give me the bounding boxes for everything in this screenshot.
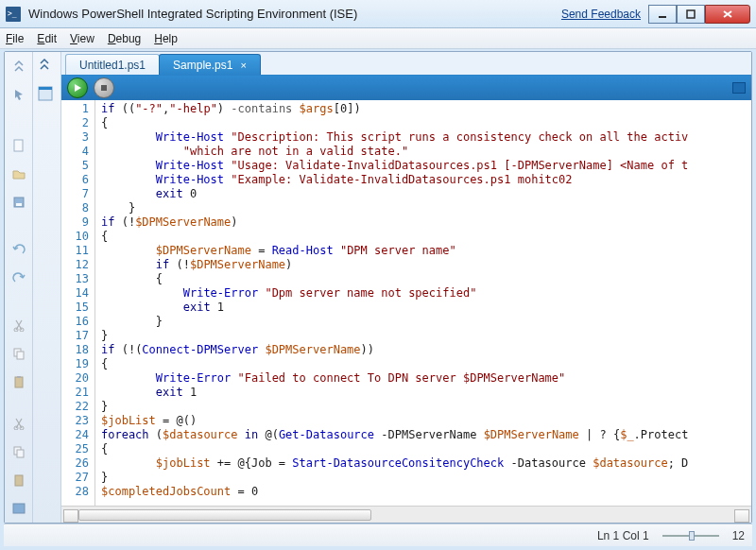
svg-rect-9 bbox=[15, 377, 23, 387]
status-bar: Ln 1 Col 1 12 bbox=[4, 524, 752, 546]
hide-pane-button[interactable] bbox=[732, 82, 746, 94]
cut-icon[interactable] bbox=[10, 317, 27, 334]
collapse-icon bbox=[38, 58, 57, 77]
maximize-button[interactable] bbox=[677, 5, 705, 24]
svg-rect-2 bbox=[14, 140, 23, 151]
expand-icon[interactable] bbox=[10, 58, 27, 75]
tab-untitled1[interactable]: Untitled1.ps1 bbox=[65, 54, 160, 75]
menu-bar: File Edit View Debug Help bbox=[0, 28, 756, 49]
zoom-slider[interactable] bbox=[662, 531, 719, 541]
minimize-button[interactable] bbox=[648, 5, 677, 24]
close-button[interactable] bbox=[705, 5, 750, 24]
svg-rect-16 bbox=[13, 504, 25, 513]
svg-rect-19 bbox=[101, 85, 107, 91]
code-area[interactable]: 1234567891011121314151617181920212223242… bbox=[61, 100, 751, 506]
main-area: Untitled1.ps1 Sample.ps1× 12345678910111… bbox=[4, 51, 752, 524]
svg-rect-1 bbox=[687, 10, 695, 18]
paste-icon[interactable] bbox=[10, 373, 27, 390]
svg-rect-15 bbox=[15, 475, 23, 486]
left-toolbar bbox=[5, 52, 33, 523]
svg-rect-14 bbox=[17, 450, 24, 457]
cut-icon-2[interactable] bbox=[10, 415, 27, 432]
svg-rect-10 bbox=[17, 376, 21, 378]
tab-strip: Untitled1.ps1 Sample.ps1× bbox=[61, 52, 751, 75]
code-text[interactable]: if (("-?","-help") -contains $args[0]){ … bbox=[95, 100, 751, 506]
horizontal-scrollbar[interactable] bbox=[61, 506, 751, 523]
editor-wrap: 1234567891011121314151617181920212223242… bbox=[61, 75, 751, 523]
menu-debug[interactable]: Debug bbox=[108, 32, 141, 45]
new-file-icon[interactable] bbox=[10, 137, 27, 154]
svg-rect-4 bbox=[16, 203, 22, 206]
save-icon[interactable] bbox=[10, 194, 27, 211]
svg-rect-8 bbox=[17, 352, 24, 359]
zoom-value: 12 bbox=[732, 529, 745, 542]
paste-icon-2[interactable] bbox=[10, 472, 27, 489]
panel-icon[interactable] bbox=[10, 500, 27, 517]
tab-sample[interactable]: Sample.ps1× bbox=[159, 54, 261, 75]
tab-label: Sample.ps1 bbox=[173, 59, 232, 72]
pane-handle[interactable] bbox=[33, 52, 61, 523]
script-pane-icon bbox=[38, 86, 57, 105]
send-feedback-link[interactable]: Send Feedback bbox=[561, 8, 641, 21]
tab-label: Untitled1.ps1 bbox=[79, 59, 146, 72]
window-title: Windows PowerShell Integrated Scripting … bbox=[28, 7, 561, 21]
editor-toolbar bbox=[61, 76, 751, 100]
menu-edit[interactable]: Edit bbox=[37, 32, 57, 45]
editor-column: Untitled1.ps1 Sample.ps1× 12345678910111… bbox=[61, 52, 751, 523]
copy-icon[interactable] bbox=[10, 345, 27, 362]
tab-close-icon[interactable]: × bbox=[240, 60, 246, 71]
cursor-position: Ln 1 Col 1 bbox=[597, 529, 649, 542]
scrollbar-thumb[interactable] bbox=[78, 509, 371, 521]
title-bar: Windows PowerShell Integrated Scripting … bbox=[0, 0, 756, 28]
run-button[interactable] bbox=[67, 77, 88, 98]
svg-rect-0 bbox=[659, 16, 666, 18]
line-numbers: 1234567891011121314151617181920212223242… bbox=[61, 100, 95, 506]
menu-view[interactable]: View bbox=[70, 32, 94, 45]
menu-file[interactable]: File bbox=[6, 32, 24, 45]
pointer-icon[interactable] bbox=[10, 86, 27, 103]
stop-button[interactable] bbox=[94, 77, 114, 98]
redo-icon[interactable] bbox=[10, 269, 27, 286]
svg-rect-18 bbox=[39, 87, 52, 90]
menu-help[interactable]: Help bbox=[154, 32, 178, 45]
undo-icon[interactable] bbox=[10, 241, 27, 258]
copy-icon-2[interactable] bbox=[10, 443, 27, 460]
open-file-icon[interactable] bbox=[10, 165, 27, 182]
app-icon bbox=[6, 7, 21, 22]
